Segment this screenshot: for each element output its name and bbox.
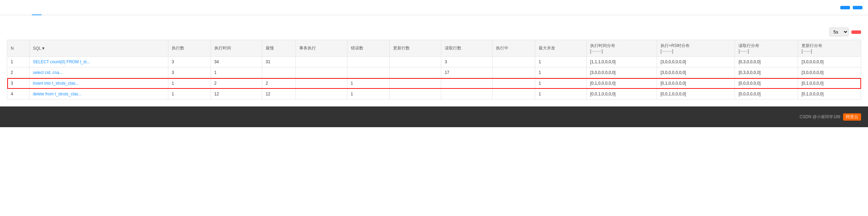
col-errors: 错误数 — [347, 40, 390, 57]
cell-update-rows — [390, 78, 441, 89]
cell-sql[interactable]: delete from t_struts_clas... — [29, 89, 168, 100]
cell-n: 3 — [7, 78, 29, 89]
cell-errors: 1 — [347, 78, 390, 89]
cell-sql[interactable]: insert into t_struts_clas... — [29, 78, 168, 89]
cell-tx-exec — [295, 57, 347, 67]
table-row: 2select cid, cna...31171[3,0,0,0,0,0,0][… — [7, 67, 861, 78]
cell-exec-time-dist: [0,1,0,0,0,0,0] — [586, 78, 657, 89]
table-wrapper: N SQL▼ 执行数 执行时间 最慢 事务执行 错误数 更新行数 读取行数 执行… — [0, 40, 868, 100]
cell-exec-time-dist: [1,1,1,0,0,0,0] — [586, 57, 657, 67]
nav-item-firewall[interactable] — [42, 0, 51, 15]
cell-tx-exec — [295, 78, 347, 89]
cell-errors — [347, 67, 390, 78]
nav-item-spring[interactable] — [80, 0, 90, 15]
col-slowest: 最慢 — [262, 40, 296, 57]
cell-slowest: 12 — [262, 89, 296, 100]
cell-read-dist: [0,3,0,0,0,0] — [735, 67, 798, 78]
cell-in-exec — [493, 89, 535, 100]
cell-sql-link[interactable]: SELECT count(0) FROM t_st... — [33, 59, 90, 64]
nav-item-session[interactable] — [71, 0, 80, 15]
nav-buttons — [840, 6, 862, 9]
cell-sql[interactable]: select cid, cna... — [29, 67, 168, 78]
cell-read-rows: 3 — [441, 57, 493, 67]
cell-slowest — [262, 67, 296, 78]
cell-n: 2 — [7, 67, 29, 78]
cell-exec-count: 1 — [168, 78, 211, 89]
col-in-exec: 执行中 — [493, 40, 535, 57]
col-tx-exec: 事务执行 — [295, 40, 347, 57]
cell-in-exec — [493, 57, 535, 67]
nav-item-jsonapi[interactable] — [90, 0, 100, 15]
cell-slowest: 31 — [262, 57, 296, 67]
cell-exec-rs-dist: [3,0,0,0,0,0,0] — [657, 57, 735, 67]
footer-credit: CSDN @小谢同学189 — [799, 114, 840, 120]
cell-errors — [347, 57, 390, 67]
cell-n: 1 — [7, 57, 29, 67]
pause-refresh-button[interactable] — [851, 30, 861, 34]
nav-item-webapp[interactable] — [51, 0, 61, 15]
col-n: N — [7, 40, 29, 57]
cell-exec-time: 12 — [211, 89, 262, 100]
nav-item-sql[interactable] — [32, 0, 42, 15]
col-update-rows: 更新行数 — [390, 40, 441, 57]
cell-errors: 1 — [347, 89, 390, 100]
refresh-select[interactable]: 5s 10s 30s 60s — [830, 28, 849, 36]
cell-read-rows — [441, 78, 493, 89]
cell-sql[interactable]: SELECT count(0) FROM t_st... — [29, 57, 168, 67]
cell-exec-time: 1 — [211, 67, 262, 78]
cell-update-dist: [3,0,0,0,0,0] — [798, 57, 861, 67]
cell-exec-count: 3 — [168, 57, 211, 67]
cell-n: 4 — [7, 89, 29, 100]
cell-sql-link[interactable]: insert into t_struts_clas... — [33, 81, 79, 86]
col-read-dist: 读取行分布[·······] — [735, 40, 798, 57]
nav-item-home[interactable] — [12, 0, 22, 15]
col-max-concurrent: 最大并发 — [535, 40, 587, 57]
cell-exec-time-dist: [3,0,0,0,0,0,0] — [586, 67, 657, 78]
cell-update-dist: [3,0,0,0,0,0] — [798, 67, 861, 78]
footer-aliyun: 阿里云 — [843, 113, 861, 121]
page-title — [7, 28, 9, 36]
cell-read-rows — [441, 89, 493, 100]
cell-read-dist: [0,3,0,0,0,0] — [735, 57, 798, 67]
cell-exec-rs-dist: [0,1,0,0,0,0,0] — [657, 78, 735, 89]
cell-exec-count: 3 — [168, 67, 211, 78]
table-body: 1SELECT count(0) FROM t_st...3343131[1,1… — [7, 57, 861, 100]
cell-read-dist: [0,0,0,0,0,0] — [735, 89, 798, 100]
cell-max-concurrent: 1 — [535, 78, 587, 89]
cell-update-dist: [0,1,0,0,0,0] — [798, 78, 861, 89]
col-exec-count: 执行数 — [168, 40, 211, 57]
log-reset-button[interactable] — [853, 6, 862, 9]
sql-stat-table: N SQL▼ 执行数 执行时间 最慢 事务执行 错误数 更新行数 读取行数 执行… — [7, 40, 861, 100]
cell-update-rows — [390, 67, 441, 78]
page-header: 5s 10s 30s 60s — [0, 24, 868, 40]
cell-slowest: 2 — [262, 78, 296, 89]
cell-sql-link[interactable]: delete from t_struts_clas... — [33, 92, 82, 96]
cell-max-concurrent: 1 — [535, 67, 587, 78]
table-header-row: N SQL▼ 执行数 执行时间 最慢 事务执行 错误数 更新行数 读取行数 执行… — [7, 40, 861, 57]
cell-exec-time: 2 — [211, 78, 262, 89]
col-exec-rs-dist: 执行+RS时分布[·········] — [657, 40, 735, 57]
col-read-rows: 读取行数 — [441, 40, 493, 57]
cell-update-rows — [390, 57, 441, 67]
cell-update-dist: [0,1,0,0,0,0] — [798, 89, 861, 100]
cell-sql-link[interactable]: select cid, cna... — [33, 70, 63, 75]
cell-exec-rs-dist: [3,0,0,0,0,0,0] — [657, 67, 735, 78]
cell-max-concurrent: 1 — [535, 89, 587, 100]
nav-item-uri[interactable] — [61, 0, 71, 15]
cell-tx-exec — [295, 67, 347, 78]
table-row: 1SELECT count(0) FROM t_st...3343131[1,1… — [7, 57, 861, 67]
cell-update-rows — [390, 89, 441, 100]
cell-tx-exec — [295, 89, 347, 100]
cell-exec-count: 1 — [168, 89, 211, 100]
reset-button[interactable] — [840, 6, 850, 9]
footer-area: CSDN @小谢同学189 阿里云 — [0, 106, 868, 127]
footer-logo: CSDN @小谢同学189 阿里云 — [799, 113, 861, 121]
col-exec-time: 执行时间 — [211, 40, 262, 57]
col-exec-time-dist: 执行时间分布[·········] — [586, 40, 657, 57]
refresh-area: 5s 10s 30s 60s — [827, 28, 861, 36]
nav-item-datasource[interactable] — [22, 0, 32, 15]
cell-in-exec — [493, 78, 535, 89]
cell-exec-rs-dist: [0,0,1,0,0,0,0] — [657, 89, 735, 100]
top-nav — [0, 0, 868, 15]
col-sql[interactable]: SQL▼ — [29, 40, 168, 57]
